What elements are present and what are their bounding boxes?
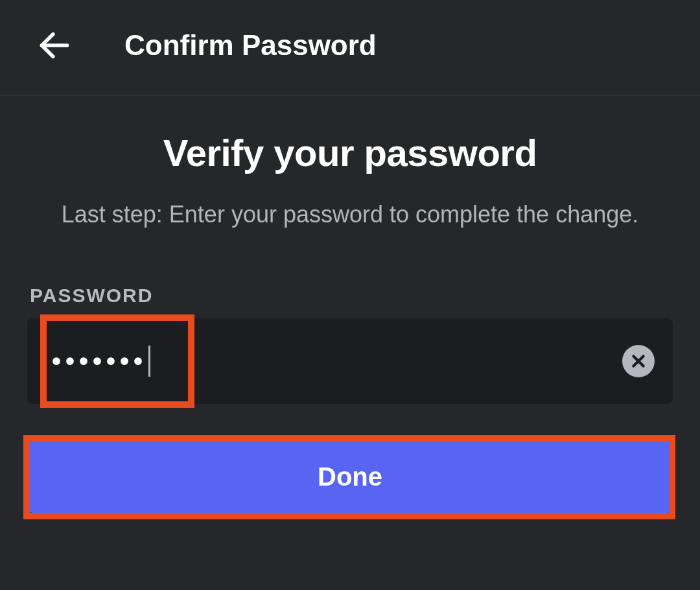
page-subtitle: Last step: Enter your password to comple… [52,196,648,233]
clear-input-button[interactable] [622,345,655,377]
password-label: PASSWORD [30,285,673,307]
content-area: Verify your password Last step: Enter yo… [0,96,700,513]
page-title: Verify your password [27,131,673,174]
done-button[interactable]: Done [27,442,673,513]
header-bar: Confirm Password [0,0,700,96]
password-masked-display: ••••••• [43,346,150,377]
header-title: Confirm Password [124,29,377,62]
password-input-container[interactable]: ••••••• [27,318,673,404]
close-icon [630,353,647,370]
password-dots: ••••••• [52,348,147,374]
arrow-left-icon [38,29,71,62]
back-button[interactable] [35,26,74,65]
done-button-container: Done [27,442,673,513]
text-cursor [148,346,150,377]
